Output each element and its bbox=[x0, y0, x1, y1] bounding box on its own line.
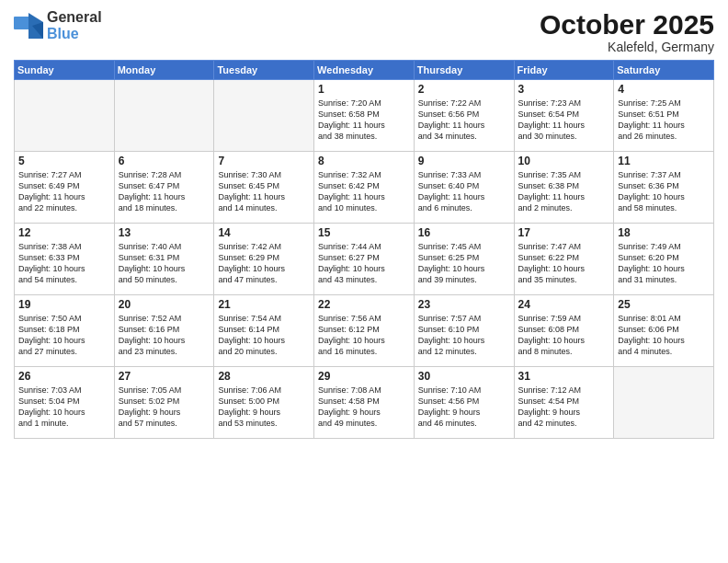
day-number: 15 bbox=[318, 226, 410, 239]
day-number: 17 bbox=[518, 226, 610, 239]
day-info: Sunrise: 7:03 AM Sunset: 5:04 PM Dayligh… bbox=[18, 385, 110, 430]
day-number: 14 bbox=[218, 226, 310, 239]
day-cell: 17Sunrise: 7:47 AM Sunset: 6:22 PM Dayli… bbox=[514, 224, 614, 295]
day-info: Sunrise: 7:22 AM Sunset: 6:56 PM Dayligh… bbox=[418, 98, 510, 143]
header: General Blue October 2025 Kalefeld, Germ… bbox=[14, 9, 714, 54]
day-cell: 19Sunrise: 7:50 AM Sunset: 6:18 PM Dayli… bbox=[15, 295, 115, 367]
col-wednesday: Wednesday bbox=[314, 61, 415, 80]
day-cell: 12Sunrise: 7:38 AM Sunset: 6:33 PM Dayli… bbox=[15, 224, 115, 295]
day-info: Sunrise: 7:47 AM Sunset: 6:22 PM Dayligh… bbox=[518, 241, 610, 286]
day-number: 9 bbox=[418, 155, 510, 167]
day-number: 4 bbox=[618, 83, 710, 96]
day-cell: 16Sunrise: 7:45 AM Sunset: 6:25 PM Dayli… bbox=[414, 224, 514, 295]
day-info: Sunrise: 7:32 AM Sunset: 6:42 PM Dayligh… bbox=[318, 169, 410, 214]
day-number: 8 bbox=[318, 155, 410, 167]
day-info: Sunrise: 7:49 AM Sunset: 6:20 PM Dayligh… bbox=[618, 241, 710, 286]
day-cell: 1Sunrise: 7:20 AM Sunset: 6:58 PM Daylig… bbox=[314, 80, 415, 152]
day-cell: 26Sunrise: 7:03 AM Sunset: 5:04 PM Dayli… bbox=[15, 367, 115, 439]
day-info: Sunrise: 7:44 AM Sunset: 6:27 PM Dayligh… bbox=[318, 241, 410, 286]
day-cell: 22Sunrise: 7:56 AM Sunset: 6:12 PM Dayli… bbox=[314, 295, 415, 367]
day-info: Sunrise: 7:05 AM Sunset: 5:02 PM Dayligh… bbox=[119, 385, 210, 430]
day-cell: 27Sunrise: 7:05 AM Sunset: 5:02 PM Dayli… bbox=[114, 367, 214, 439]
day-info: Sunrise: 7:40 AM Sunset: 6:31 PM Dayligh… bbox=[119, 241, 210, 286]
day-info: Sunrise: 7:37 AM Sunset: 6:36 PM Dayligh… bbox=[618, 169, 710, 214]
col-thursday: Thursday bbox=[414, 61, 514, 80]
day-cell: 7Sunrise: 7:30 AM Sunset: 6:45 PM Daylig… bbox=[214, 152, 314, 224]
day-info: Sunrise: 7:56 AM Sunset: 6:12 PM Dayligh… bbox=[318, 313, 410, 358]
day-cell: 8Sunrise: 7:32 AM Sunset: 6:42 PM Daylig… bbox=[314, 152, 415, 224]
day-info: Sunrise: 7:38 AM Sunset: 6:33 PM Dayligh… bbox=[18, 241, 110, 286]
day-info: Sunrise: 7:20 AM Sunset: 6:58 PM Dayligh… bbox=[318, 98, 410, 143]
day-number: 19 bbox=[18, 298, 110, 311]
day-cell: 28Sunrise: 7:06 AM Sunset: 5:00 PM Dayli… bbox=[214, 367, 314, 439]
day-info: Sunrise: 7:45 AM Sunset: 6:25 PM Dayligh… bbox=[418, 241, 510, 286]
day-number: 12 bbox=[18, 226, 110, 239]
day-cell: 29Sunrise: 7:08 AM Sunset: 4:58 PM Dayli… bbox=[314, 367, 415, 439]
month-title: October 2025 bbox=[540, 9, 714, 40]
col-sunday: Sunday bbox=[15, 61, 115, 80]
day-cell bbox=[114, 80, 214, 152]
day-info: Sunrise: 7:52 AM Sunset: 6:16 PM Dayligh… bbox=[119, 313, 210, 358]
day-cell: 23Sunrise: 7:57 AM Sunset: 6:10 PM Dayli… bbox=[414, 295, 514, 367]
day-cell: 14Sunrise: 7:42 AM Sunset: 6:29 PM Dayli… bbox=[214, 224, 314, 295]
day-cell: 6Sunrise: 7:28 AM Sunset: 6:47 PM Daylig… bbox=[114, 152, 214, 224]
day-info: Sunrise: 7:12 AM Sunset: 4:54 PM Dayligh… bbox=[518, 385, 610, 430]
day-info: Sunrise: 7:27 AM Sunset: 6:49 PM Dayligh… bbox=[18, 169, 110, 214]
day-cell: 4Sunrise: 7:25 AM Sunset: 6:51 PM Daylig… bbox=[614, 80, 714, 152]
day-info: Sunrise: 7:42 AM Sunset: 6:29 PM Dayligh… bbox=[218, 241, 310, 286]
day-number: 31 bbox=[518, 370, 610, 383]
day-info: Sunrise: 7:30 AM Sunset: 6:45 PM Dayligh… bbox=[218, 169, 310, 214]
day-info: Sunrise: 7:25 AM Sunset: 6:51 PM Dayligh… bbox=[618, 98, 710, 143]
day-info: Sunrise: 7:08 AM Sunset: 4:58 PM Dayligh… bbox=[318, 385, 410, 430]
day-number: 20 bbox=[119, 298, 210, 311]
day-number: 11 bbox=[618, 155, 710, 167]
week-row-1: 1Sunrise: 7:20 AM Sunset: 6:58 PM Daylig… bbox=[15, 80, 714, 152]
day-cell: 11Sunrise: 7:37 AM Sunset: 6:36 PM Dayli… bbox=[614, 152, 714, 224]
day-number: 1 bbox=[318, 83, 410, 96]
day-cell: 9Sunrise: 7:33 AM Sunset: 6:40 PM Daylig… bbox=[414, 152, 514, 224]
week-row-2: 5Sunrise: 7:27 AM Sunset: 6:49 PM Daylig… bbox=[15, 152, 714, 224]
day-number: 21 bbox=[218, 298, 310, 311]
logo-icon bbox=[14, 13, 43, 39]
day-cell: 24Sunrise: 7:59 AM Sunset: 6:08 PM Dayli… bbox=[514, 295, 614, 367]
week-row-3: 12Sunrise: 7:38 AM Sunset: 6:33 PM Dayli… bbox=[15, 224, 714, 295]
day-cell: 15Sunrise: 7:44 AM Sunset: 6:27 PM Dayli… bbox=[314, 224, 415, 295]
day-number: 6 bbox=[119, 155, 210, 167]
col-friday: Friday bbox=[514, 61, 614, 80]
day-info: Sunrise: 7:06 AM Sunset: 5:00 PM Dayligh… bbox=[218, 385, 310, 430]
day-info: Sunrise: 7:23 AM Sunset: 6:54 PM Dayligh… bbox=[518, 98, 610, 143]
day-cell: 30Sunrise: 7:10 AM Sunset: 4:56 PM Dayli… bbox=[414, 367, 514, 439]
col-tuesday: Tuesday bbox=[214, 61, 314, 80]
day-cell: 10Sunrise: 7:35 AM Sunset: 6:38 PM Dayli… bbox=[514, 152, 614, 224]
title-block: October 2025 Kalefeld, Germany bbox=[540, 9, 714, 54]
day-cell: 18Sunrise: 7:49 AM Sunset: 6:20 PM Dayli… bbox=[614, 224, 714, 295]
day-info: Sunrise: 7:54 AM Sunset: 6:14 PM Dayligh… bbox=[218, 313, 310, 358]
week-row-4: 19Sunrise: 7:50 AM Sunset: 6:18 PM Dayli… bbox=[15, 295, 714, 367]
day-cell bbox=[15, 80, 115, 152]
day-info: Sunrise: 7:59 AM Sunset: 6:08 PM Dayligh… bbox=[518, 313, 610, 358]
day-info: Sunrise: 7:35 AM Sunset: 6:38 PM Dayligh… bbox=[518, 169, 610, 214]
day-cell: 25Sunrise: 8:01 AM Sunset: 6:06 PM Dayli… bbox=[614, 295, 714, 367]
day-number: 27 bbox=[119, 370, 210, 383]
calendar-table: Sunday Monday Tuesday Wednesday Thursday… bbox=[14, 60, 714, 439]
week-row-5: 26Sunrise: 7:03 AM Sunset: 5:04 PM Dayli… bbox=[15, 367, 714, 439]
day-info: Sunrise: 8:01 AM Sunset: 6:06 PM Dayligh… bbox=[618, 313, 710, 358]
day-number: 10 bbox=[518, 155, 610, 167]
logo-text: General Blue bbox=[47, 9, 102, 41]
day-cell: 31Sunrise: 7:12 AM Sunset: 4:54 PM Dayli… bbox=[514, 367, 614, 439]
col-monday: Monday bbox=[114, 61, 214, 80]
day-number: 3 bbox=[518, 83, 610, 96]
day-info: Sunrise: 7:33 AM Sunset: 6:40 PM Dayligh… bbox=[418, 169, 510, 214]
day-number: 26 bbox=[18, 370, 110, 383]
day-number: 28 bbox=[218, 370, 310, 383]
day-cell: 21Sunrise: 7:54 AM Sunset: 6:14 PM Dayli… bbox=[214, 295, 314, 367]
calendar-header-row: Sunday Monday Tuesday Wednesday Thursday… bbox=[15, 61, 714, 80]
day-number: 23 bbox=[418, 298, 510, 311]
day-number: 2 bbox=[418, 83, 510, 96]
day-info: Sunrise: 7:10 AM Sunset: 4:56 PM Dayligh… bbox=[418, 385, 510, 430]
page-container: General Blue October 2025 Kalefeld, Germ… bbox=[0, 0, 728, 563]
day-number: 13 bbox=[119, 226, 210, 239]
location-subtitle: Kalefeld, Germany bbox=[540, 40, 714, 54]
day-cell: 13Sunrise: 7:40 AM Sunset: 6:31 PM Dayli… bbox=[114, 224, 214, 295]
svg-rect-0 bbox=[14, 17, 30, 29]
